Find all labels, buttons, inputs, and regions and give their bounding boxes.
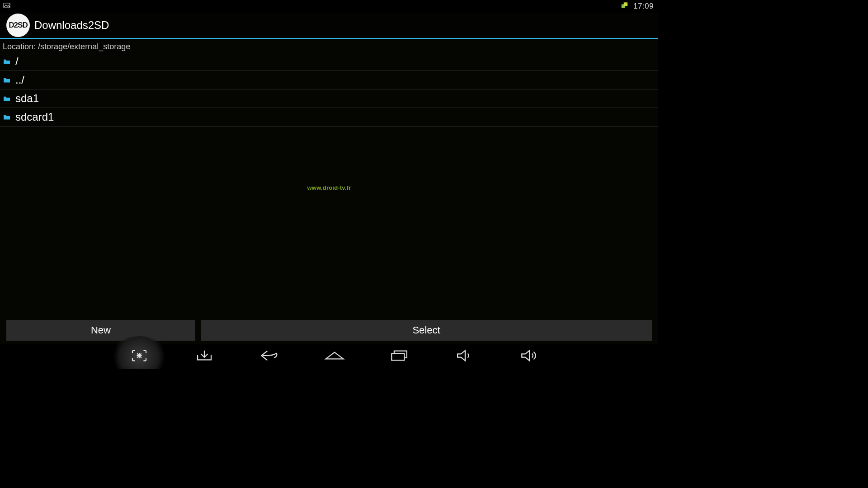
file-name: ../ [15,74,24,86]
file-name: sdcard1 [15,111,54,123]
file-name: sda1 [15,92,39,105]
picture-icon [3,1,11,11]
location-row: Location: /storage/external_storage [0,41,658,52]
volume-down-icon [456,349,474,364]
network-icon [621,1,630,11]
list-item[interactable]: sda1 [0,89,658,108]
button-row: New Select [6,320,652,341]
select-button[interactable]: Select [201,320,652,341]
folder-icon [3,58,11,65]
folder-icon [3,114,11,120]
location-path: /storage/external_storage [38,42,130,51]
file-list: / ../ sda1 sdcard1 [0,52,658,127]
volume-up-icon [520,349,540,364]
action-bar: D2SD Downloads2SD [0,13,658,39]
status-clock: 17:09 [633,2,654,11]
svg-rect-2 [624,2,627,6]
app-icon: D2SD [6,14,30,37]
app-title: Downloads2SD [34,19,109,32]
app-icon-label: D2SD [9,21,27,30]
folder-icon [3,95,11,102]
status-bar: 17:09 [0,0,658,13]
status-left [3,1,11,11]
nav-download-button[interactable] [172,344,237,369]
location-text: Location: /storage/external_storage [3,42,130,52]
list-item[interactable]: / [0,52,658,71]
screen: 17:09 D2SD Downloads2SD Location: /stora… [0,0,658,369]
back-icon [259,349,280,364]
recent-apps-icon [390,349,410,364]
location-prefix: Location: [3,42,38,51]
new-button[interactable]: New [6,320,195,341]
list-item[interactable]: sdcard1 [0,108,658,127]
download-icon [195,349,214,364]
nav-volume-up-button[interactable] [497,344,562,369]
nav-screenshot-button[interactable] [107,344,172,369]
nav-volume-down-button[interactable] [432,344,497,369]
nav-recent-button[interactable] [367,344,432,369]
list-item[interactable]: ../ [0,71,658,89]
file-name: / [15,55,19,68]
nav-bar [0,344,658,369]
screenshot-icon [131,349,148,364]
nav-home-button[interactable] [302,344,367,369]
folder-icon [3,77,11,83]
svg-rect-8 [392,353,404,360]
svg-rect-0 [4,3,10,8]
status-right: 17:09 [621,1,654,11]
watermark: www.droid-tv.fr [307,184,351,191]
nav-back-button[interactable] [237,344,302,369]
home-icon [324,350,345,363]
